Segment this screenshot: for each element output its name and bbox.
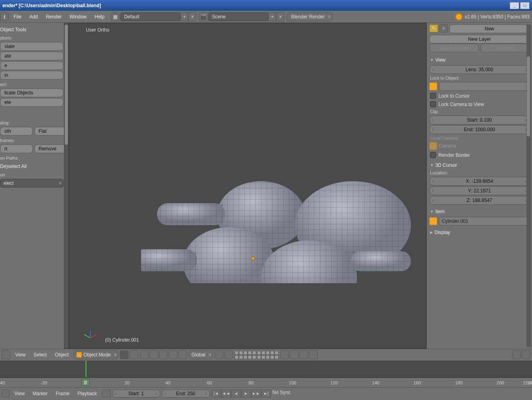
pivot-icon[interactable] xyxy=(140,350,149,359)
lock-to-cursor-checkbox[interactable]: Lock to Cursor xyxy=(429,92,530,100)
minimize-button[interactable]: _ xyxy=(510,2,519,9)
render-anim-icon[interactable] xyxy=(290,350,299,359)
manipulator-translate-icon[interactable] xyxy=(159,350,168,359)
cursor-y-field[interactable]: Y: 22.1671 xyxy=(429,186,530,195)
manipulator-icon[interactable] xyxy=(149,350,158,359)
screen-layout-icon[interactable]: ▦ xyxy=(111,12,120,21)
manipulator-rotate-icon[interactable] xyxy=(169,350,177,359)
cursor-z-field[interactable]: Z: 188.8547 xyxy=(429,196,530,205)
orientation-dropdown[interactable]: Global xyxy=(189,350,213,359)
info-header: ℹ File Add Render Window Help ▦ Default … xyxy=(0,11,532,23)
duplicate-button[interactable]: licate Objects xyxy=(0,88,64,97)
mode-dropdown[interactable]: Object Mode xyxy=(74,350,118,359)
render-opengl-icon[interactable] xyxy=(299,350,308,359)
delete-frame-button[interactable]: Delete Frame xyxy=(429,44,479,52)
view-section-header[interactable]: View xyxy=(429,54,530,64)
translate-button[interactable]: slate xyxy=(0,42,64,51)
screen-layout-field[interactable]: Default xyxy=(120,12,180,21)
menu-add[interactable]: Add xyxy=(25,14,42,20)
3d-cursor-section-header[interactable]: 3D Cursor xyxy=(429,159,530,170)
snap-toggle-icon[interactable] xyxy=(215,350,223,359)
scene-delete-button[interactable]: × xyxy=(276,12,284,21)
timeline-menu-frame[interactable]: Frame xyxy=(52,391,73,396)
snap-type-icon[interactable] xyxy=(224,350,233,359)
end-frame-field[interactable]: End: 250 xyxy=(162,390,210,398)
rotate-button[interactable]: ate xyxy=(0,52,64,60)
next-key-icon[interactable]: ►► xyxy=(251,390,261,398)
3d-menu-select[interactable]: Select xyxy=(30,352,50,358)
start-frame-field[interactable]: Start: 1 xyxy=(112,390,160,398)
local-camera-label: Local Camera: xyxy=(429,135,530,141)
origin-button[interactable]: in xyxy=(0,71,64,80)
local-camera-field[interactable]: Camera xyxy=(439,143,456,149)
jump-end-icon[interactable]: ►| xyxy=(261,390,271,398)
menu-render[interactable]: Render xyxy=(42,14,66,20)
cursor-x-field[interactable]: X: -139.6854 xyxy=(429,177,530,186)
layout-delete-button[interactable]: × xyxy=(188,12,196,21)
insert-keyframe-button[interactable]: rt xyxy=(0,144,33,153)
scene-field[interactable]: Scene xyxy=(208,12,268,21)
menu-file[interactable]: File xyxy=(10,14,25,20)
new-layer-button[interactable]: New Layer xyxy=(429,35,530,44)
layer-buttons[interactable] xyxy=(235,351,279,359)
3d-viewport[interactable]: User Ortho xyxy=(69,23,426,349)
prev-key-icon[interactable]: ◄◄ xyxy=(221,390,231,398)
play-rev-icon[interactable]: ◄ xyxy=(231,390,241,398)
grease-pencil-icon[interactable]: ✎ xyxy=(429,24,438,32)
auto-key-icon[interactable] xyxy=(102,390,111,398)
timeline-cursor[interactable] xyxy=(86,361,86,377)
render-preview-icon[interactable] xyxy=(280,350,289,359)
timeline-strip[interactable] xyxy=(0,361,532,378)
timeline-ruler[interactable]: 0 -40-2002040608010012014016018020022024… xyxy=(0,378,532,387)
on-dropdown[interactable]: elect xyxy=(0,179,64,188)
add-layer-icon[interactable]: + xyxy=(440,24,448,32)
new-gp-button[interactable]: New xyxy=(449,24,530,33)
render-opengl-anim-icon[interactable] xyxy=(309,350,318,359)
scale-button[interactable]: e xyxy=(0,61,64,70)
cube-icon[interactable] xyxy=(429,82,437,90)
ruler-tick: 100 xyxy=(289,380,296,385)
3d-menu-view[interactable]: View xyxy=(12,352,29,358)
item-section-header[interactable]: Item xyxy=(429,206,530,216)
manipulator-scale-icon[interactable] xyxy=(178,350,187,359)
maximize-button[interactable]: □ xyxy=(520,2,530,9)
display-section-header[interactable]: Display xyxy=(429,226,530,237)
play-icon[interactable]: ► xyxy=(241,390,251,398)
shading-solid-icon[interactable] xyxy=(120,350,129,359)
render-region-icon[interactable] xyxy=(522,350,530,359)
lens-field[interactable]: Lens: 35.000 xyxy=(429,65,530,74)
timeline-menu-marker[interactable]: Marker xyxy=(30,391,51,396)
smooth-button[interactable]: oth xyxy=(0,127,33,136)
deselect-all-button[interactable]: De)select All xyxy=(0,161,67,171)
shading-wire-icon[interactable] xyxy=(130,350,138,359)
delete-button[interactable]: ete xyxy=(0,98,64,107)
layout-add-button[interactable]: + xyxy=(180,12,188,21)
clip-start-field[interactable]: Start: 0.100 xyxy=(429,116,530,124)
lock-camera-checkbox[interactable]: Lock Camera to View xyxy=(429,100,530,108)
render-border-checkbox[interactable]: Render Border xyxy=(429,151,530,159)
editor-type-icon[interactable]: ℹ xyxy=(0,12,9,21)
camera-icon[interactable] xyxy=(429,142,437,150)
ruler-tick: 120 xyxy=(331,380,338,385)
editor-type-3dview-icon[interactable] xyxy=(2,350,10,359)
scene-add-button[interactable]: + xyxy=(268,12,276,21)
remove-keyframe-button[interactable]: Remove xyxy=(34,144,67,153)
clip-end-field[interactable]: End: 1000.000 xyxy=(429,125,530,134)
sync-dropdown[interactable]: No Sync xyxy=(273,390,291,398)
render-engine-dropdown[interactable]: Blender Render xyxy=(287,12,332,21)
menu-help[interactable]: Help xyxy=(91,14,109,20)
lock-object-field[interactable] xyxy=(439,82,530,91)
timeline-menu-view[interactable]: View xyxy=(11,391,28,396)
tool-shelf-scrollbar[interactable] xyxy=(64,23,69,349)
scene-icon[interactable]: 🎬 xyxy=(199,12,207,21)
convert-button[interactable]: Convert xyxy=(480,44,530,52)
flat-button[interactable]: Flat xyxy=(34,127,67,136)
3d-menu-object[interactable]: Object xyxy=(52,352,72,358)
timeline-editor-icon[interactable] xyxy=(2,390,10,398)
menu-window[interactable]: Window xyxy=(66,14,91,20)
item-name-field[interactable]: Cylinder.001 xyxy=(439,217,530,226)
camera-to-view-icon[interactable] xyxy=(512,350,521,359)
timeline-menu-playback[interactable]: Playback xyxy=(74,391,100,396)
jump-start-icon[interactable]: |◄ xyxy=(211,390,221,398)
properties-scrollbar[interactable] xyxy=(526,24,531,347)
